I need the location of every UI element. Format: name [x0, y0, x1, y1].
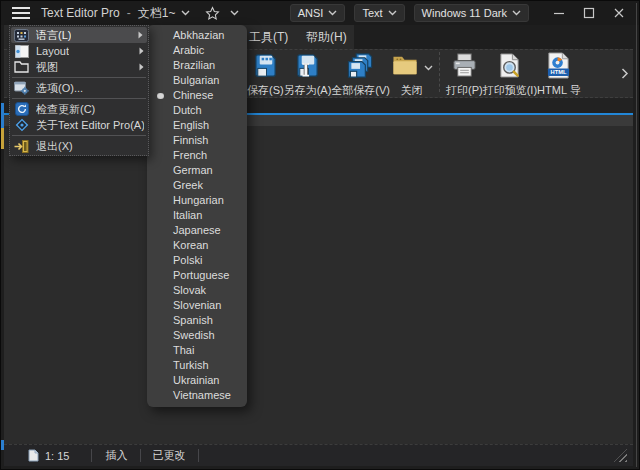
language-menu-item[interactable]: Polski: [147, 253, 247, 268]
chevron-down-icon: [512, 10, 521, 16]
layout-icon: [13, 44, 30, 59]
language-menu-item[interactable]: Abkhazian: [147, 28, 247, 43]
dropdown-chevron-icon[interactable]: [424, 65, 433, 71]
language-menu-item[interactable]: Hungarian: [147, 193, 247, 208]
document-chevron-down-icon[interactable]: [181, 10, 190, 16]
editor-area[interactable]: [4, 126, 633, 444]
toolbar-button[interactable]: 打印预览(I): [483, 50, 537, 96]
language-menu-item[interactable]: Vietnamese: [147, 388, 247, 403]
language-menu-item[interactable]: Swedish: [147, 328, 247, 343]
favorites-chevron-down-icon[interactable]: [230, 10, 239, 16]
check-updates-icon: [13, 102, 30, 117]
chevron-down-icon: [328, 10, 337, 16]
filetype-value: Text: [362, 7, 382, 19]
tab-tools[interactable]: 工具(T): [243, 25, 294, 49]
language-menu-item[interactable]: Slovak: [147, 283, 247, 298]
statusbar: 1: 15 插入 已更改: [4, 444, 633, 466]
toolbar-separator: [439, 52, 440, 92]
language-menu-item[interactable]: Portuguese: [147, 268, 247, 283]
exit-icon: [13, 139, 30, 154]
view-icon: [13, 60, 30, 75]
submenu-arrow-icon: [134, 31, 143, 39]
app-title: Text Editor Pro: [41, 6, 120, 20]
language-menu-item[interactable]: Italian: [147, 208, 247, 223]
language-menu-item[interactable]: Dutch: [147, 103, 247, 118]
language-menu-item[interactable]: Bulgarian: [147, 73, 247, 88]
resize-grip[interactable]: [614, 449, 627, 462]
toolbar-button[interactable]: 另存为(A): [284, 50, 332, 96]
menu-item[interactable]: 视图: [10, 59, 148, 75]
menu-item[interactable]: Layout: [10, 43, 148, 59]
print-icon: [451, 52, 478, 83]
language-menu-item[interactable]: German: [147, 163, 247, 178]
language-menu-item[interactable]: Thai: [147, 343, 247, 358]
menu-separator: [12, 98, 146, 99]
about-icon: [13, 118, 30, 133]
html-export-icon: HTML: [546, 52, 571, 83]
insert-mode-indicator[interactable]: 插入: [105, 448, 127, 463]
language-submenu: Abkhazian Arabic Brazilian Bulgarian Chi…: [147, 25, 247, 407]
menu-separator: [12, 77, 146, 78]
caret-position: 1: 15: [45, 450, 69, 462]
menu-item[interactable]: 关于Text Editor Pro(A): [10, 117, 148, 133]
encoding-value: ANSI: [298, 7, 324, 19]
app-window: Text Editor Pro - 文档1~ ANSI Text Windows…: [0, 0, 640, 470]
language-menu-item[interactable]: Finnish: [147, 133, 247, 148]
chevron-down-icon: [388, 10, 397, 16]
language-menu-item[interactable]: Arabic: [147, 43, 247, 58]
language-menu-item[interactable]: English: [147, 118, 247, 133]
edge-marker-yellow: [1, 128, 4, 149]
main-menu: 语言(L) Layout 视图 选项(O)...: [9, 25, 149, 156]
titlebar: Text Editor Pro - 文档1~ ANSI Text Windows…: [1, 1, 639, 25]
close-button[interactable]: [605, 2, 633, 24]
toolbar-button[interactable]: 关闭: [390, 50, 433, 96]
language-menu-item[interactable]: Spanish: [147, 313, 247, 328]
filetype-dropdown[interactable]: Text: [354, 4, 404, 22]
radio-selected-icon: [157, 93, 164, 100]
toolbar-button[interactable]: 全部保存(V): [331, 50, 390, 96]
menu-item[interactable]: 选项(O)...: [10, 80, 148, 96]
document-icon: [28, 449, 39, 462]
options-icon: [13, 81, 30, 96]
edge-marker-blue: [1, 440, 4, 450]
toolbar-overflow-chevron-icon[interactable]: [621, 65, 629, 83]
menu-item[interactable]: 语言(L): [11, 27, 147, 43]
menu-item[interactable]: 检查更新(C): [10, 101, 148, 117]
language-menu-item[interactable]: Ukrainian: [147, 373, 247, 388]
language-menu-item[interactable]: Greek: [147, 178, 247, 193]
window-edge-highlight: [636, 3, 637, 467]
toolbar-button[interactable]: 保存(S): [247, 50, 284, 96]
language-menu-item[interactable]: Slovenian: [147, 298, 247, 313]
language-icon: [13, 28, 30, 43]
save-icon: [252, 52, 279, 83]
save-all-icon: [346, 52, 376, 83]
encoding-dropdown[interactable]: ANSI: [290, 4, 346, 22]
submenu-arrow-icon: [135, 47, 144, 55]
toolbar-button[interactable]: 打印(P): [446, 50, 483, 96]
language-menu-item[interactable]: Brazilian: [147, 58, 247, 73]
language-menu-item[interactable]: Turkish: [147, 358, 247, 373]
submenu-arrow-icon: [135, 63, 144, 71]
statusbar-divider: [91, 449, 92, 462]
maximize-button[interactable]: [575, 2, 603, 24]
language-menu-item[interactable]: Japanese: [147, 223, 247, 238]
save-as-icon: [294, 52, 321, 83]
tab-help[interactable]: 帮助(H): [300, 25, 353, 49]
menu-separator: [12, 135, 146, 136]
document-selector[interactable]: 文档1~: [138, 5, 176, 22]
toolbar-button[interactable]: HTML HTML 导: [537, 50, 581, 96]
language-menu-item[interactable]: Korean: [147, 238, 247, 253]
menu-item[interactable]: 退出(X): [10, 138, 148, 154]
language-menu-item[interactable]: French: [147, 148, 247, 163]
language-menu-item[interactable]: Chinese: [147, 88, 247, 103]
edge-marker-blue: [1, 103, 4, 128]
minimize-button[interactable]: [545, 2, 573, 24]
modified-indicator: 已更改: [152, 448, 185, 463]
hamburger-menu-icon[interactable]: [12, 7, 30, 19]
theme-value: Windows 11 Dark: [422, 7, 507, 19]
print-preview-icon: [497, 52, 522, 83]
statusbar-divider: [198, 449, 199, 462]
theme-dropdown[interactable]: Windows 11 Dark: [414, 4, 529, 22]
close-folder-icon: [390, 53, 420, 82]
favorites-star-icon[interactable]: [205, 6, 220, 21]
